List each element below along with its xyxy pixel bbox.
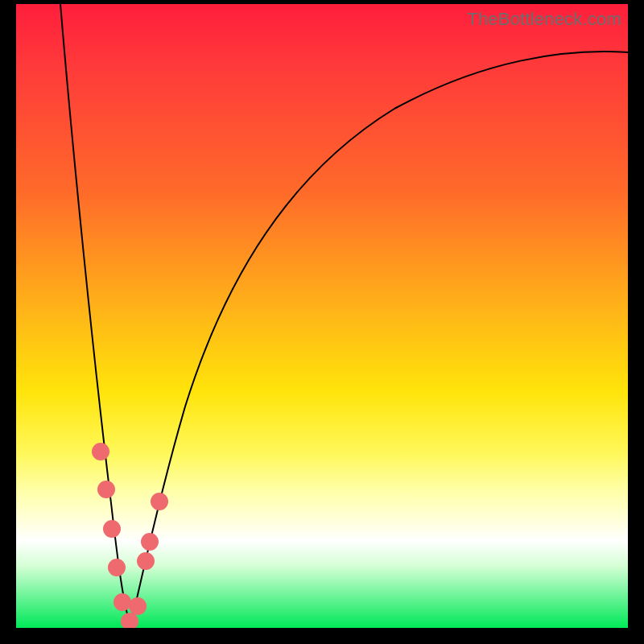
chart-frame: TheBottleneck.com (0, 0, 644, 644)
bottleneck-curve (16, 4, 628, 628)
svg-point-4 (114, 593, 131, 611)
svg-point-2 (103, 520, 121, 538)
svg-point-1 (97, 481, 115, 498)
svg-point-0 (92, 443, 109, 460)
curve-right-branch (130, 52, 628, 625)
svg-point-5 (121, 613, 138, 628)
svg-point-8 (141, 533, 159, 551)
svg-point-6 (129, 597, 147, 615)
svg-point-9 (151, 493, 168, 510)
plot-area: TheBottleneck.com (16, 4, 628, 628)
svg-point-3 (108, 559, 126, 576)
svg-point-7 (137, 552, 155, 570)
highlight-dots (92, 443, 168, 628)
